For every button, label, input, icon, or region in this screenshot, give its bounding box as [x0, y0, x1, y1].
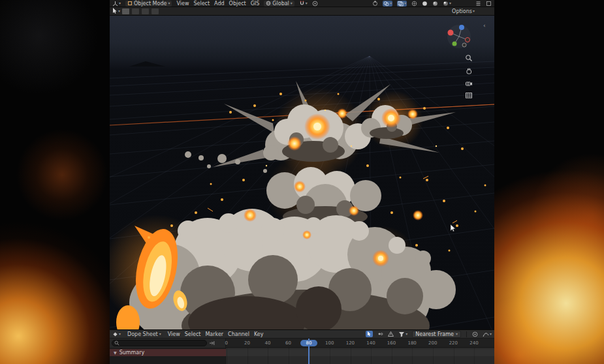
keyframe-area[interactable]: [226, 348, 494, 364]
ruler-tick: 100: [319, 339, 340, 348]
editor-corner-icon[interactable]: [486, 1, 492, 7]
channel-search-strip: [110, 339, 226, 348]
ruler-ticks: 0 20 40 60 80 100 120 140 160 180 200 22…: [216, 339, 485, 348]
dope-sheet-editor-icon: [112, 331, 118, 337]
zoom-icon[interactable]: [464, 53, 473, 63]
chevron-down-icon: ▾: [456, 332, 458, 336]
object-mode-icon: [127, 1, 133, 6]
menu-add[interactable]: Add: [214, 0, 225, 7]
ruler-tick: 40: [257, 339, 278, 348]
summary-channel-row[interactable]: ▼ Summary: [110, 349, 226, 356]
ruler-tick: 140: [360, 339, 381, 348]
only-selected-button[interactable]: [366, 331, 373, 337]
channel-label: Summary: [119, 350, 145, 356]
shading-rendered-button[interactable]: ▾: [443, 1, 451, 7]
funnel-icon: [398, 331, 405, 337]
ruler-tick: 160: [381, 339, 402, 348]
ruler-tick: 180: [402, 339, 422, 348]
show-hidden-icon[interactable]: [377, 331, 383, 337]
filter-toggle-icon[interactable]: [209, 341, 215, 346]
magnet-icon: [299, 1, 305, 6]
collapse-triangle-icon: ▼: [114, 351, 117, 355]
tool-option-button[interactable]: [132, 8, 139, 14]
tool-option-button[interactable]: [122, 8, 129, 14]
menu-channel[interactable]: Channel: [228, 331, 249, 337]
proportional-editing-icon[interactable]: [472, 331, 478, 337]
orientation-dropdown[interactable]: Global ▾: [264, 1, 294, 7]
menu-view[interactable]: View: [168, 331, 180, 337]
tool-settings-bar: ▾ Options ▾: [110, 7, 494, 16]
filter-button[interactable]: ▾: [398, 331, 407, 337]
chevron-down-icon: ▾: [159, 332, 161, 336]
dope-sheet-body: ▼ Summary: [110, 348, 494, 364]
menu-key[interactable]: Key: [254, 331, 264, 337]
dope-sheet-mode-dropdown[interactable]: Dope Sheet ▾: [125, 331, 163, 337]
channel-list: ▼ Summary: [110, 348, 226, 364]
editor-type-button[interactable]: ▾: [112, 1, 121, 7]
ruler-tick: 20: [237, 339, 258, 348]
3d-viewport[interactable]: ‹: [110, 16, 494, 329]
mode-dropdown[interactable]: Object Mode ▾: [125, 1, 172, 7]
search-icon: [114, 341, 119, 346]
chevron-down-icon: ▾: [119, 1, 121, 5]
timeline-ruler[interactable]: 0 20 40 60 80 100 120 140 160 180 200 22…: [110, 339, 494, 348]
tool-option-button[interactable]: [142, 8, 149, 14]
xray-button[interactable]: ▾: [397, 1, 407, 7]
search-input[interactable]: [121, 341, 199, 346]
chevron-down-icon: ▾: [404, 1, 406, 5]
menu-object[interactable]: Object: [229, 0, 246, 7]
divider: [466, 331, 467, 337]
menu-select[interactable]: Select: [193, 0, 210, 7]
overlays-button[interactable]: ▾: [383, 1, 392, 7]
shading-solid-icon[interactable]: [422, 1, 428, 7]
chevron-down-icon: ▾: [119, 332, 121, 336]
ruler-tick: 120: [340, 339, 361, 348]
dope-sheet-editor: ▾ Dope Sheet ▾ View Select Marker Channe…: [110, 329, 494, 364]
dope-sheet-mode-label: Dope Sheet: [127, 331, 158, 337]
menu-view[interactable]: View: [176, 0, 189, 7]
ruler-tick: 0: [216, 339, 237, 348]
viewport-header: ▾ Object Mode ▾ View Select Add Object G…: [110, 0, 494, 7]
header-overflow-icon[interactable]: [475, 1, 481, 7]
channel-search-field[interactable]: [112, 340, 207, 346]
ruler-tick: 200: [422, 339, 443, 348]
orientation-label: Global: [272, 0, 289, 7]
xray-icon: [398, 1, 404, 7]
show-gizmo-icon[interactable]: [372, 1, 378, 7]
active-tool-button[interactable]: ▾: [112, 8, 120, 14]
menu-gis[interactable]: GIS: [251, 0, 260, 7]
fcurve-interpolation-button[interactable]: ▾: [483, 331, 492, 337]
mouse-cursor: [450, 223, 456, 232]
show-errors-icon[interactable]: [388, 331, 394, 337]
shading-wireframe-icon[interactable]: [411, 1, 417, 7]
editor-type-button[interactable]: ▾: [112, 331, 121, 337]
pan-hand-icon[interactable]: [464, 67, 473, 76]
options-dropdown[interactable]: Options ▾: [452, 8, 475, 14]
chevron-down-icon: ▾: [168, 1, 170, 5]
current-frame-indicator[interactable]: 80: [300, 340, 317, 346]
shading-material-icon[interactable]: [432, 1, 438, 7]
chevron-down-icon: ▾: [306, 1, 308, 5]
summary-track-band: [226, 349, 494, 356]
options-label: Options: [452, 8, 472, 14]
ruler-tick: 240: [464, 339, 485, 348]
camera-view-icon[interactable]: [464, 79, 473, 88]
tool-option-button[interactable]: [151, 8, 159, 14]
shading-rendered-icon: [443, 1, 449, 7]
menu-marker[interactable]: Marker: [205, 331, 223, 337]
orthographic-grid-icon[interactable]: [464, 91, 473, 100]
blender-window: ▾ Object Mode ▾ View Select Add Object G…: [110, 0, 494, 364]
viewport-editor-icon: [112, 1, 118, 7]
snap-button[interactable]: ▾: [299, 1, 308, 6]
chevron-down-icon: ▾: [449, 1, 451, 5]
background-blur-left: [0, 0, 110, 364]
sidebar-collapse-icon[interactable]: ‹: [483, 22, 486, 29]
mode-label: Object Mode: [134, 0, 167, 7]
menu-select[interactable]: Select: [185, 331, 201, 337]
snap-mode-dropdown[interactable]: Nearest Frame ▾: [412, 331, 461, 338]
overlays-icon: [383, 1, 389, 7]
proportional-editing-icon[interactable]: [312, 1, 318, 7]
screen: ▾ Object Mode ▾ View Select Add Object G…: [0, 0, 604, 364]
chevron-down-icon: ▾: [490, 332, 492, 336]
navigation-gizmo[interactable]: [446, 23, 472, 50]
